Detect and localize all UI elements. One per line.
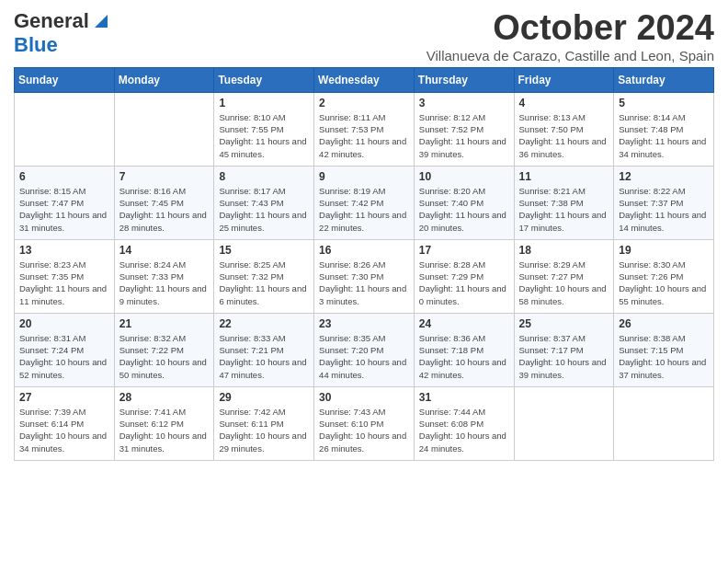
weekday-header-monday: Monday — [114, 67, 214, 92]
day-info: Sunrise: 8:11 AM Sunset: 7:53 PM Dayligh… — [319, 111, 409, 160]
calendar-cell: 10Sunrise: 8:20 AM Sunset: 7:40 PM Dayli… — [414, 166, 514, 239]
day-number: 15 — [219, 244, 309, 257]
day-number: 16 — [319, 244, 409, 257]
calendar-cell: 29Sunrise: 7:42 AM Sunset: 6:11 PM Dayli… — [214, 386, 314, 460]
location-subtitle: Villanueva de Carazo, Castille and Leon,… — [427, 48, 714, 63]
day-info: Sunrise: 8:13 AM Sunset: 7:50 PM Dayligh… — [519, 111, 609, 160]
day-info: Sunrise: 8:23 AM Sunset: 7:35 PM Dayligh… — [19, 259, 109, 307]
calendar-cell: 18Sunrise: 8:29 AM Sunset: 7:27 PM Dayli… — [514, 239, 614, 313]
calendar-cell: 16Sunrise: 8:26 AM Sunset: 7:30 PM Dayli… — [314, 239, 415, 313]
calendar-cell: 30Sunrise: 7:43 AM Sunset: 6:10 PM Dayli… — [314, 386, 415, 460]
calendar-week-row: 27Sunrise: 7:39 AM Sunset: 6:14 PM Dayli… — [15, 386, 714, 460]
calendar-cell — [614, 386, 714, 460]
calendar-cell: 20Sunrise: 8:31 AM Sunset: 7:24 PM Dayli… — [15, 313, 115, 386]
weekday-header-thursday: Thursday — [414, 67, 514, 92]
calendar-cell: 2Sunrise: 8:11 AM Sunset: 7:53 PM Daylig… — [314, 92, 415, 166]
day-info: Sunrise: 8:28 AM Sunset: 7:29 PM Dayligh… — [419, 259, 509, 307]
day-number: 23 — [319, 317, 409, 330]
day-info: Sunrise: 8:37 AM Sunset: 7:17 PM Dayligh… — [519, 332, 609, 381]
calendar-cell: 25Sunrise: 8:37 AM Sunset: 7:17 PM Dayli… — [514, 313, 614, 386]
day-info: Sunrise: 8:33 AM Sunset: 7:21 PM Dayligh… — [219, 332, 309, 381]
calendar-cell: 15Sunrise: 8:25 AM Sunset: 7:32 PM Dayli… — [214, 239, 314, 313]
weekday-header-friday: Friday — [514, 67, 614, 92]
day-info: Sunrise: 8:19 AM Sunset: 7:42 PM Dayligh… — [319, 185, 409, 234]
day-info: Sunrise: 8:32 AM Sunset: 7:22 PM Dayligh… — [119, 332, 210, 381]
day-number: 11 — [519, 170, 609, 183]
day-info: Sunrise: 7:43 AM Sunset: 6:10 PM Dayligh… — [319, 406, 409, 454]
calendar-cell: 8Sunrise: 8:17 AM Sunset: 7:43 PM Daylig… — [214, 166, 314, 239]
day-info: Sunrise: 8:15 AM Sunset: 7:47 PM Dayligh… — [19, 185, 109, 234]
day-info: Sunrise: 8:30 AM Sunset: 7:26 PM Dayligh… — [619, 259, 709, 307]
day-number: 24 — [419, 317, 509, 330]
day-number: 20 — [19, 317, 109, 330]
day-number: 12 — [619, 170, 709, 183]
day-number: 1 — [219, 97, 309, 109]
day-number: 26 — [619, 317, 709, 330]
day-number: 6 — [19, 170, 109, 183]
calendar-cell: 17Sunrise: 8:28 AM Sunset: 7:29 PM Dayli… — [414, 239, 514, 313]
calendar-week-row: 6Sunrise: 8:15 AM Sunset: 7:47 PM Daylig… — [15, 166, 714, 239]
day-number: 8 — [219, 170, 309, 183]
day-number: 22 — [219, 317, 309, 330]
day-number: 5 — [619, 97, 709, 109]
calendar-week-row: 1Sunrise: 8:10 AM Sunset: 7:55 PM Daylig… — [15, 92, 714, 166]
day-info: Sunrise: 7:41 AM Sunset: 6:12 PM Dayligh… — [119, 406, 210, 454]
month-title: October 2024 — [427, 9, 714, 48]
weekday-header-wednesday: Wednesday — [314, 67, 415, 92]
logo-triangle-icon — [91, 11, 108, 28]
day-info: Sunrise: 8:12 AM Sunset: 7:52 PM Dayligh… — [419, 111, 509, 160]
logo: General Blue — [14, 9, 108, 57]
day-number: 3 — [419, 97, 509, 109]
calendar-cell: 23Sunrise: 8:35 AM Sunset: 7:20 PM Dayli… — [314, 313, 415, 386]
day-info: Sunrise: 8:26 AM Sunset: 7:30 PM Dayligh… — [319, 259, 409, 307]
weekday-header-row: SundayMondayTuesdayWednesdayThursdayFrid… — [15, 67, 714, 92]
day-info: Sunrise: 8:16 AM Sunset: 7:45 PM Dayligh… — [119, 185, 210, 234]
calendar-cell: 3Sunrise: 8:12 AM Sunset: 7:52 PM Daylig… — [414, 92, 514, 166]
day-info: Sunrise: 8:17 AM Sunset: 7:43 PM Dayligh… — [219, 185, 309, 234]
day-number: 7 — [119, 170, 210, 183]
day-number: 28 — [119, 391, 210, 404]
day-number: 25 — [519, 317, 609, 330]
day-number: 19 — [619, 244, 709, 257]
weekday-header-tuesday: Tuesday — [214, 67, 314, 92]
title-area: October 2024 Villanueva de Carazo, Casti… — [427, 9, 714, 63]
day-info: Sunrise: 8:24 AM Sunset: 7:33 PM Dayligh… — [119, 259, 210, 307]
day-info: Sunrise: 8:10 AM Sunset: 7:55 PM Dayligh… — [219, 111, 309, 160]
day-info: Sunrise: 8:35 AM Sunset: 7:20 PM Dayligh… — [319, 332, 409, 381]
calendar-cell: 31Sunrise: 7:44 AM Sunset: 6:08 PM Dayli… — [414, 386, 514, 460]
calendar-cell: 19Sunrise: 8:30 AM Sunset: 7:26 PM Dayli… — [614, 239, 714, 313]
calendar-cell: 4Sunrise: 8:13 AM Sunset: 7:50 PM Daylig… — [514, 92, 614, 166]
day-number: 2 — [319, 97, 409, 109]
day-number: 10 — [419, 170, 509, 183]
day-info: Sunrise: 7:42 AM Sunset: 6:11 PM Dayligh… — [219, 406, 309, 454]
day-info: Sunrise: 8:20 AM Sunset: 7:40 PM Dayligh… — [419, 185, 509, 234]
calendar-cell — [514, 386, 614, 460]
day-number: 27 — [19, 391, 109, 404]
day-info: Sunrise: 8:36 AM Sunset: 7:18 PM Dayligh… — [419, 332, 509, 381]
day-number: 13 — [19, 244, 109, 257]
day-number: 31 — [419, 391, 509, 404]
day-number: 9 — [319, 170, 409, 183]
calendar-cell: 28Sunrise: 7:41 AM Sunset: 6:12 PM Dayli… — [114, 386, 214, 460]
calendar-cell: 24Sunrise: 8:36 AM Sunset: 7:18 PM Dayli… — [414, 313, 514, 386]
calendar-table: SundayMondayTuesdayWednesdayThursdayFrid… — [14, 67, 714, 461]
calendar-cell: 12Sunrise: 8:22 AM Sunset: 7:37 PM Dayli… — [614, 166, 714, 239]
day-info: Sunrise: 7:39 AM Sunset: 6:14 PM Dayligh… — [19, 406, 109, 454]
calendar-cell: 7Sunrise: 8:16 AM Sunset: 7:45 PM Daylig… — [114, 166, 214, 239]
day-info: Sunrise: 7:44 AM Sunset: 6:08 PM Dayligh… — [419, 406, 509, 454]
day-number: 29 — [219, 391, 309, 404]
day-info: Sunrise: 8:25 AM Sunset: 7:32 PM Dayligh… — [219, 259, 309, 307]
calendar-cell: 13Sunrise: 8:23 AM Sunset: 7:35 PM Dayli… — [15, 239, 115, 313]
page-header: General Blue October 2024 Villanueva de … — [14, 9, 714, 63]
weekday-header-saturday: Saturday — [614, 67, 714, 92]
calendar-cell: 11Sunrise: 8:21 AM Sunset: 7:38 PM Dayli… — [514, 166, 614, 239]
day-number: 18 — [519, 244, 609, 257]
logo-general: General — [14, 9, 89, 33]
day-info: Sunrise: 8:29 AM Sunset: 7:27 PM Dayligh… — [519, 259, 609, 307]
day-number: 21 — [119, 317, 210, 330]
svg-marker-0 — [95, 15, 108, 28]
calendar-cell: 22Sunrise: 8:33 AM Sunset: 7:21 PM Dayli… — [214, 313, 314, 386]
day-info: Sunrise: 8:21 AM Sunset: 7:38 PM Dayligh… — [519, 185, 609, 234]
calendar-cell: 5Sunrise: 8:14 AM Sunset: 7:48 PM Daylig… — [614, 92, 714, 166]
weekday-header-sunday: Sunday — [15, 67, 115, 92]
